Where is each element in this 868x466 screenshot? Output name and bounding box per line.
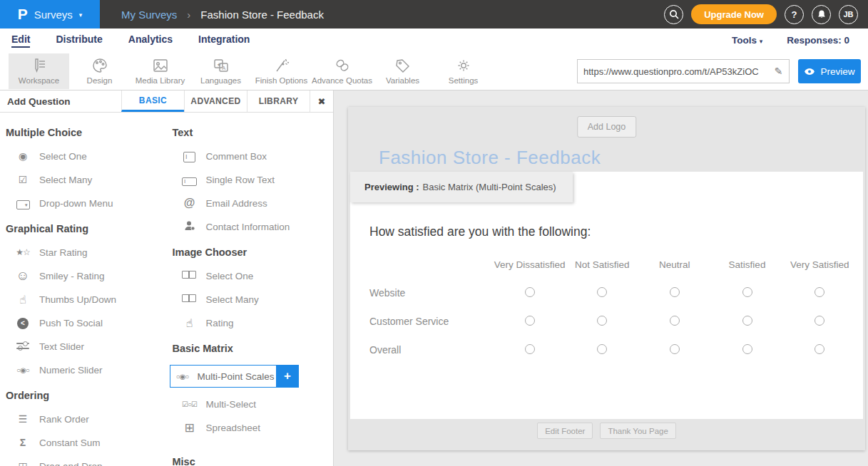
edit-footer-button[interactable]: Edit Footer — [537, 423, 593, 439]
qtype-email-address[interactable]: @ Email Address — [181, 196, 334, 210]
tab-library[interactable]: LIBRARY — [247, 90, 310, 112]
qtype-image-select-one[interactable]: Select One — [181, 269, 334, 283]
qtype-multi-select[interactable]: ☑○☑ Multi-Select — [181, 397, 334, 411]
tab-integration[interactable]: Integration — [198, 33, 250, 48]
qtype-push-to-social[interactable]: < Push To Social — [14, 316, 167, 330]
question-text[interactable]: How satisfied are you with the following… — [369, 224, 856, 239]
qtype-smiley-rating[interactable]: ☺ Smiley - Rating — [14, 269, 167, 283]
col-not-satisfied: Not Satisfied — [566, 259, 638, 270]
qtype-rank-order[interactable]: ☰ Rank Order — [14, 412, 167, 426]
radio-overall-2[interactable] — [597, 344, 607, 354]
qtype-comment-box[interactable]: I Comment Box — [181, 149, 334, 163]
qtype-contact-information[interactable]: Contact Information — [181, 219, 334, 234]
radio-website-2[interactable] — [597, 287, 607, 297]
chain-links-icon — [333, 58, 352, 73]
radio-website-4[interactable] — [742, 287, 752, 297]
gear-icon — [454, 58, 473, 73]
qtype-thumbs-up-down[interactable]: ☝ Thumbs Up/Down — [14, 292, 167, 306]
col-very-satisfied: Very Satisfied — [783, 259, 856, 270]
smiley-icon: ☺ — [14, 268, 31, 284]
radio-overall-1[interactable] — [525, 344, 535, 354]
toolbar-variables[interactable]: Variables — [372, 53, 433, 89]
close-panel-button[interactable]: ✖ — [310, 90, 333, 112]
edit-url-button[interactable]: ✎ — [768, 59, 790, 83]
tab-edit[interactable]: Edit — [11, 33, 30, 48]
avatar[interactable]: JB — [839, 5, 858, 24]
radio-overall-3[interactable] — [670, 344, 680, 354]
qtype-constant-sum[interactable]: Σ Constant Sum — [14, 435, 167, 450]
eye-icon — [804, 68, 815, 76]
toolbar-workspace[interactable]: Workspace — [9, 53, 69, 89]
editor-toolbar: Workspace Design Media Library ★A Langua… — [0, 52, 868, 90]
qtype-multi-point-scales-row: ○◉○ Multi-Point Scales + — [170, 365, 334, 388]
toolbar-languages[interactable]: ★A Languages — [190, 53, 251, 89]
radio-website-1[interactable] — [525, 287, 535, 297]
section-ordering: Ordering — [6, 390, 167, 401]
toolbar-media-library[interactable]: Media Library — [130, 53, 190, 89]
topbar: P Surveys ▾ My Surveys › Fashion Store -… — [0, 0, 868, 29]
spreadsheet-icon: ⊞ — [181, 420, 198, 435]
qtype-select-many[interactable]: ☑ Select Many — [14, 172, 167, 187]
qtype-spreadsheet[interactable]: ⊞ Spreadsheet — [181, 420, 334, 435]
pencil-icon: ✎ — [775, 66, 783, 77]
upgrade-now-button[interactable]: Upgrade Now — [691, 4, 777, 24]
qtype-numeric-slider[interactable]: ○◉○ Numeric Slider — [14, 363, 167, 377]
qtype-star-rating[interactable]: ★☆ Star Rating — [14, 245, 167, 259]
chevron-down-icon: ▾ — [760, 38, 763, 45]
help-button[interactable]: ? — [785, 5, 804, 24]
numeric-slider-icon: ○◉○ — [14, 366, 31, 374]
chevron-down-icon: ▾ — [79, 11, 83, 19]
search-button[interactable] — [664, 5, 683, 24]
radio-website-5[interactable] — [815, 287, 824, 297]
col-very-dissatisfied: Very Dissatisfied — [494, 259, 566, 270]
image-icon — [151, 58, 170, 73]
radio-customer-service-4[interactable] — [742, 316, 752, 326]
radio-customer-service-1[interactable] — [525, 316, 535, 326]
radio-customer-service-3[interactable] — [670, 316, 680, 326]
tools-menu[interactable]: Tools ▾ — [732, 35, 762, 46]
palette-icon — [91, 58, 109, 73]
qtype-dropdown-menu[interactable]: ▾ Drop-down Menu — [14, 196, 167, 210]
tab-analytics[interactable]: Analytics — [128, 33, 173, 48]
qtype-image-rating[interactable]: ☝ Rating — [181, 316, 334, 330]
multi-select-icon: ☑○☑ — [181, 400, 198, 408]
surveys-menu[interactable]: P Surveys ▾ — [0, 0, 100, 29]
qtype-text-slider[interactable]: Text Slider — [14, 339, 167, 353]
panel-tabs: BASIC ADVANCED LIBRARY — [121, 90, 310, 112]
qtype-image-select-many[interactable]: Select Many — [181, 292, 334, 306]
tab-distribute[interactable]: Distribute — [56, 33, 102, 48]
qtype-drag-and-drop[interactable]: ◫ Drag and Drop — [14, 459, 167, 466]
avatar-initials: JB — [843, 10, 853, 19]
survey-preview-area: Add Logo Fashion Store - Feedback Previe… — [334, 90, 868, 466]
qtype-select-one[interactable]: ◉ Select One — [14, 149, 167, 163]
radio-customer-service-2[interactable] — [597, 316, 607, 326]
survey-url-input[interactable] — [577, 59, 768, 83]
tab-basic[interactable]: BASIC — [121, 90, 184, 112]
breadcrumb-my-surveys[interactable]: My Surveys — [121, 9, 177, 21]
toolbar-settings[interactable]: Settings — [433, 53, 494, 89]
survey-url-group: ✎ — [577, 59, 790, 83]
image-select-many-icon — [181, 294, 198, 305]
add-question-panel: Add Question BASIC ADVANCED LIBRARY ✖ Mu… — [0, 90, 334, 466]
survey-title[interactable]: Fashion Store - Feedback — [379, 147, 601, 169]
preview-button[interactable]: Preview — [798, 59, 861, 83]
radio-overall-4[interactable] — [742, 344, 752, 354]
breadcrumb-separator: › — [187, 9, 190, 21]
questionpro-app: P Surveys ▾ My Surveys › Fashion Store -… — [0, 0, 868, 466]
radio-overall-5[interactable] — [815, 344, 824, 354]
radio-customer-service-5[interactable] — [815, 316, 824, 326]
thank-you-page-button[interactable]: Thank You Page — [600, 423, 675, 439]
toolbar-finish-options[interactable]: Finish Options — [251, 53, 312, 89]
qtype-single-row-text[interactable]: I Single Row Text — [181, 172, 334, 187]
toolbar-design[interactable]: Design — [69, 53, 130, 89]
toolbar-advance-quotas[interactable]: Advance Quotas — [312, 53, 372, 89]
tab-advanced[interactable]: ADVANCED — [184, 90, 247, 112]
add-question-plus-button[interactable]: + — [277, 365, 299, 388]
qtype-multi-point-scales[interactable]: ○◉○ Multi-Point Scales — [170, 365, 277, 388]
notifications-button[interactable] — [812, 5, 831, 24]
rank-order-icon: ☰ — [14, 413, 31, 425]
radio-website-3[interactable] — [670, 287, 680, 297]
multi-point-icon: ○◉○ — [174, 373, 191, 380]
add-logo-button[interactable]: Add Logo — [577, 116, 637, 138]
responses-count[interactable]: Responses: 0 — [787, 35, 849, 46]
